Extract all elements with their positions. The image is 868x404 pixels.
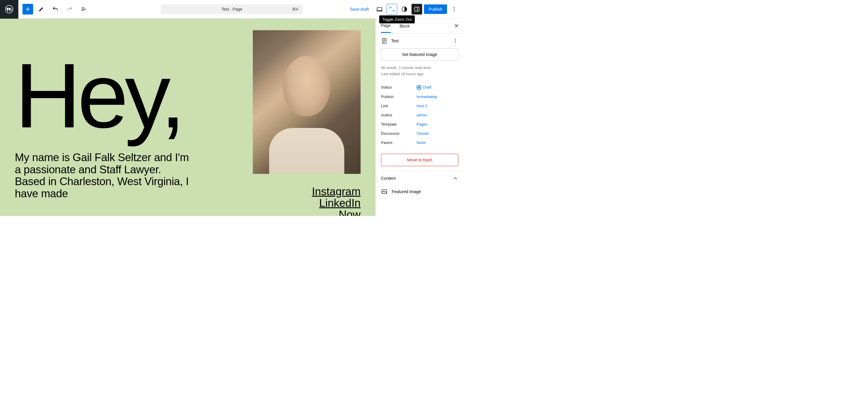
sidebar-page-header: Test <box>376 33 464 48</box>
intro-paragraph[interactable]: My name is Gail Falk Seltzer and I'm a p… <box>15 152 192 200</box>
zoom-out-tooltip: Toggle Zoom Out <box>379 16 415 23</box>
prop-parent[interactable]: Parent None <box>381 138 458 147</box>
command-k-shortcut: ⌘K <box>292 7 299 11</box>
link-instagram[interactable]: Instagram <box>312 186 361 198</box>
link-linkedin[interactable]: LinkedIn <box>312 198 361 209</box>
document-title: Test · Page <box>221 7 242 11</box>
toolbar-left <box>18 3 90 16</box>
content-panel-header[interactable]: Content <box>376 171 464 185</box>
portrait-image[interactable] <box>253 30 361 174</box>
set-featured-image-button[interactable]: Set featured image <box>381 48 458 61</box>
prop-author[interactable]: Author admin <box>381 111 458 120</box>
main-area: Hey, My name is Gail Falk Seltzer and I'… <box>0 19 464 216</box>
tab-page[interactable]: Page <box>381 23 391 33</box>
content-featured-image-item[interactable]: Featured Image <box>376 185 464 198</box>
svg-rect-3 <box>415 7 419 11</box>
prop-discussion[interactable]: Discussion Closed <box>381 129 458 138</box>
options-menu-icon[interactable] <box>449 4 460 15</box>
prop-template[interactable]: Template Pages <box>381 120 458 129</box>
prop-status[interactable]: Status Draft <box>381 83 458 92</box>
document-overview-icon[interactable] <box>78 3 90 16</box>
featured-image-icon <box>381 189 388 195</box>
page-properties: Status Draft Publish Immediately Link /t… <box>376 82 464 152</box>
edit-tool-icon[interactable] <box>35 3 48 16</box>
social-links: Instagram LinkedIn Now <box>312 186 361 216</box>
tab-block[interactable]: Block <box>400 24 410 33</box>
page-meta-text: 90 words, 1 minute read time. Last edite… <box>376 65 464 82</box>
svg-point-8 <box>455 39 456 40</box>
status-indicator-icon <box>416 85 421 90</box>
svg-point-5 <box>454 9 455 10</box>
settings-sidebar: Page Block Test Set featured image 90 wo… <box>375 19 464 216</box>
save-draft-button[interactable]: Save draft <box>346 4 372 14</box>
undo-icon[interactable] <box>49 3 62 16</box>
svg-point-4 <box>454 7 455 8</box>
document-title-bar[interactable]: Test · Page ⌘K <box>161 4 303 14</box>
prop-link[interactable]: Link /test-2 <box>381 101 458 111</box>
prop-publish[interactable]: Publish Immediately <box>381 92 458 101</box>
sidebar-page-title: Test <box>391 38 449 43</box>
wordpress-logo[interactable] <box>0 0 18 19</box>
last-edited-text: Last edited 16 hours ago. <box>381 71 458 77</box>
settings-sidebar-toggle[interactable] <box>411 4 422 15</box>
editor-canvas[interactable]: Hey, My name is Gail Falk Seltzer and I'… <box>0 19 375 216</box>
close-sidebar-icon[interactable] <box>454 23 460 29</box>
page-actions-menu-icon[interactable] <box>452 38 458 44</box>
svg-point-10 <box>455 42 456 43</box>
publish-button[interactable]: Publish <box>424 4 447 14</box>
add-block-button[interactable] <box>23 4 33 15</box>
styles-icon[interactable] <box>399 4 410 15</box>
zoom-out-toggle[interactable] <box>386 4 397 15</box>
page-type-icon <box>381 38 388 44</box>
word-count-text: 90 words, 1 minute read time. <box>381 65 458 71</box>
link-now[interactable]: Now <box>312 209 361 216</box>
move-to-trash-button[interactable]: Move to trash <box>381 154 458 166</box>
svg-rect-1 <box>377 8 382 11</box>
toolbar-right: Save draft Publish <box>346 4 464 15</box>
view-desktop-icon[interactable] <box>374 4 385 15</box>
chevron-up-icon <box>452 175 458 181</box>
redo-icon[interactable] <box>63 3 76 16</box>
svg-point-9 <box>455 40 456 41</box>
svg-point-6 <box>454 10 455 11</box>
